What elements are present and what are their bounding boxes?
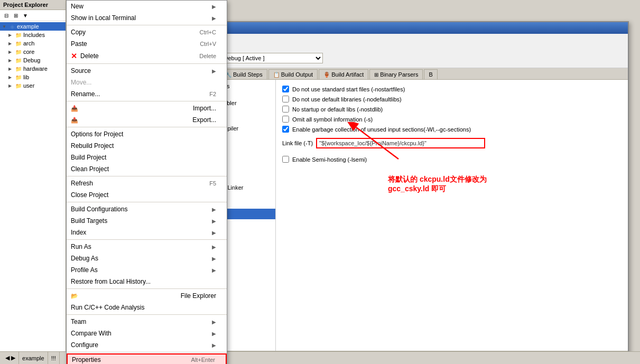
- separator-7: [67, 239, 227, 240]
- setting-row-semihosting: Enable Semi-hosting (-lsemi): [282, 154, 622, 164]
- submenu-arrow-profile: ▶: [212, 267, 216, 273]
- screen: Project Explorer ⊟ ⊞ ▼ ▼ ◈ example ▶ 📁 I…: [0, 0, 640, 364]
- menu-item-compare-with[interactable]: Compare With ▶: [67, 328, 227, 339]
- scroll-indicator: ◀ ▶: [5, 354, 15, 361]
- annotation-area: 将默认的 ckcpu.ld文件修改为 gcc_csky.ld 即可: [388, 175, 622, 194]
- pe-item-label: example: [17, 23, 39, 30]
- pe-item-core[interactable]: ▶ 📁 core: [0, 48, 66, 56]
- setting-row-no-default-libs: Do not use default libraries (-nodefault…: [282, 94, 622, 104]
- submenu-arrow-debug-as: ▶: [212, 256, 216, 262]
- config-dropdown[interactable]: Debug [ Active ]: [217, 53, 323, 63]
- pe-link-btn[interactable]: ⊞: [12, 11, 20, 20]
- pe-item-example[interactable]: ▼ ◈ example: [0, 22, 66, 31]
- pe-arrow-includes: ▶: [8, 33, 14, 38]
- menu-item-clean[interactable]: Clean Project: [67, 163, 227, 175]
- menu-item-rebuild[interactable]: Rebuild Project: [67, 140, 227, 152]
- pe-item-lib[interactable]: ▶ 📁 lib: [0, 73, 66, 81]
- pe-item-debug[interactable]: ▶ 📁 Debug: [0, 56, 66, 64]
- checkbox-semihosting[interactable]: [282, 156, 289, 163]
- setting-row-gc: Enable garbage collection of unused inpu…: [282, 124, 622, 134]
- pe-arrow-debug: ▶: [8, 58, 14, 63]
- pe-arrow-example: ▼: [2, 24, 7, 29]
- menu-item-run-as[interactable]: Run As ▶: [67, 241, 227, 253]
- config-row: Configuration: Debug [ Active ]: [170, 51, 628, 68]
- pe-tree: ▼ ◈ example ▶ 📁 Includes ▶ 📁 arch ▶ 📁 co…: [0, 21, 66, 91]
- menu-item-paste[interactable]: Paste Ctrl+V: [67, 38, 227, 50]
- status-item-example: example: [19, 352, 48, 364]
- tab-build-artifact[interactable]: 🏺 Build Artifact: [319, 69, 368, 79]
- pe-item-hardware[interactable]: ▶ 📁 hardware: [0, 64, 66, 73]
- menu-item-file-explorer[interactable]: 📂 File Explorer: [67, 290, 227, 302]
- menu-item-options[interactable]: Options for Project: [67, 128, 227, 140]
- separator-9: [67, 314, 227, 315]
- menu-item-profile[interactable]: Profile As ▶: [67, 264, 227, 276]
- annotation-text: 将默认的 ckcpu.ld文件修改为: [388, 175, 622, 184]
- menu-item-move: Move...: [67, 77, 227, 88]
- menu-item-debug-as[interactable]: Debug As ▶: [67, 253, 227, 264]
- submenu-arrow-configure: ▶: [212, 342, 216, 348]
- pe-item-includes[interactable]: ▶ 📁 Includes: [0, 31, 66, 39]
- menu-item-index[interactable]: Index ▶: [67, 227, 227, 238]
- project-explorer-label: Project Explorer: [3, 2, 48, 8]
- checkbox-gc[interactable]: [282, 126, 289, 133]
- pe-item-user[interactable]: ▶ 📁 user: [0, 81, 66, 90]
- pe-menu-btn[interactable]: ▼: [21, 11, 30, 20]
- tab-extra[interactable]: B: [424, 69, 437, 79]
- setting-label-omit: Omit all symbol information (-s): [292, 116, 373, 123]
- pe-collapse-btn[interactable]: ⊟: [2, 11, 11, 20]
- pe-item-arch[interactable]: ▶ 📁 arch: [0, 39, 66, 48]
- pe-item-label: user: [23, 82, 34, 89]
- separator-10: [67, 352, 227, 352]
- menu-item-new[interactable]: New ▶: [67, 1, 227, 12]
- submenu-arrow-index: ▶: [212, 230, 216, 236]
- menu-item-delete[interactable]: ✕ Delete Delete: [67, 50, 227, 62]
- menu-item-import[interactable]: 📥 Import...: [67, 102, 227, 114]
- context-menu: New ▶ Show in Local Terminal ▶ Copy Ctrl…: [66, 0, 227, 364]
- menu-item-properties[interactable]: Properties Alt+Enter: [67, 353, 227, 364]
- separator-2: [67, 63, 227, 64]
- submenu-arrow-team: ▶: [212, 319, 216, 325]
- link-file-label: Link file (-T): [282, 140, 313, 146]
- menu-item-team[interactable]: Team ▶: [67, 316, 227, 328]
- status-label: example: [22, 355, 44, 361]
- pe-folder-icon: 📁: [15, 40, 22, 47]
- menu-item-run-analysis[interactable]: Run C/C++ Code Analysis: [67, 302, 227, 313]
- checkbox-no-default-libs[interactable]: [282, 96, 289, 102]
- menu-item-close[interactable]: Close Project: [67, 189, 227, 201]
- tool-settings-panel: Do not use standard start files (-nostar…: [276, 80, 628, 351]
- pe-item-label: arch: [23, 40, 34, 46]
- pe-arrow-user: ▶: [8, 83, 14, 88]
- pe-item-label: Debug: [23, 57, 40, 63]
- annotation-arrow: [346, 122, 409, 164]
- separator-1: [67, 25, 227, 25]
- menu-item-source[interactable]: Source ▶: [67, 65, 227, 77]
- setting-row-omit-symbols: Omit all symbol information (-s): [282, 114, 622, 124]
- setting-row-no-startup: No startup or default libs (-nostdlib): [282, 104, 622, 114]
- pe-folder-icon: 📁: [15, 57, 22, 64]
- menu-item-copy[interactable]: Copy Ctrl+C: [67, 26, 227, 38]
- menu-item-show-terminal[interactable]: Show in Local Terminal ▶: [67, 12, 227, 24]
- menu-item-build-configs[interactable]: Build Configurations ▶: [67, 203, 227, 215]
- menu-item-refresh[interactable]: Refresh F5: [67, 178, 227, 189]
- menu-item-restore[interactable]: Restore from Local History...: [67, 276, 227, 287]
- menu-item-build[interactable]: Build Project: [67, 152, 227, 163]
- svg-line-1: [356, 127, 398, 159]
- setting-row-no-start: Do not use standard start files (-nostar…: [282, 84, 622, 94]
- checkbox-omit[interactable]: [282, 116, 289, 123]
- checkbox-no-start[interactable]: [282, 86, 289, 92]
- status-item-scroll[interactable]: ◀ ▶: [2, 352, 19, 364]
- tab-binary-parsers[interactable]: ⊞ Binary Parsers: [369, 69, 423, 79]
- checkbox-no-startup[interactable]: [282, 106, 289, 113]
- pe-arrow-lib: ▶: [8, 75, 14, 80]
- menu-item-rename[interactable]: Rename... F2: [67, 88, 227, 100]
- pe-project-icon: ◈: [8, 23, 16, 30]
- tab-build-output[interactable]: 📋 Build Output: [268, 69, 318, 79]
- tab-build-steps[interactable]: 🔧 Build Steps: [220, 69, 267, 79]
- menu-item-configure[interactable]: Configure ▶: [67, 339, 227, 351]
- menu-item-export[interactable]: 📤 Export...: [67, 114, 227, 126]
- pe-item-label: lib: [23, 74, 29, 80]
- tool-content: ▼ ⚙ All Tools Settings ⚙ Target ▼ ⚙ CSky…: [170, 80, 628, 351]
- separator-8: [67, 288, 227, 289]
- project-explorer-title: Project Explorer: [0, 0, 66, 10]
- menu-item-build-targets[interactable]: Build Targets ▶: [67, 215, 227, 227]
